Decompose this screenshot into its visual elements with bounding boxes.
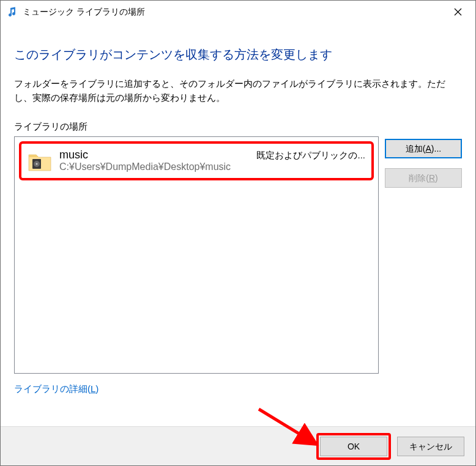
list-item-text: music C:¥Users¥DumpMedia¥Desktop¥music	[59, 149, 251, 172]
ok-button[interactable]: OK	[320, 437, 387, 456]
item-path: C:¥Users¥DumpMedia¥Desktop¥music	[59, 161, 251, 172]
music-library-icon	[6, 6, 18, 18]
list-label: ライブラリの場所	[14, 121, 462, 133]
side-button-group: 追加(A)... 削除(R)	[385, 136, 462, 374]
list-item[interactable]: music C:¥Users¥DumpMedia¥Desktop¥music 既…	[19, 141, 374, 180]
titlebar: ミュージック ライブラリの場所	[1, 1, 475, 23]
page-heading: このライブラリがコンテンツを収集する方法を変更します	[14, 46, 462, 63]
item-status: 既定およびパブリックの...	[256, 150, 365, 161]
library-locations-listbox[interactable]: music C:¥Users¥DumpMedia¥Desktop¥music 既…	[14, 136, 379, 374]
svg-point-4	[36, 163, 38, 165]
item-name: music	[59, 149, 251, 161]
folder-music-icon	[28, 149, 52, 173]
window-title: ミュージック ライブラリの場所	[23, 7, 440, 18]
dialog-footer: OK キャンセル	[1, 426, 475, 465]
dialog-window: ミュージック ライブラリの場所 このライブラリがコンテンツを収集する方法を変更し…	[0, 0, 476, 466]
close-button[interactable]	[440, 1, 475, 23]
add-button[interactable]: 追加(A)...	[385, 139, 462, 158]
library-details-link[interactable]: ライブラリの詳細(L)	[14, 383, 462, 395]
remove-button: 削除(R)	[385, 168, 462, 188]
content-area: このライブラリがコンテンツを収集する方法を変更します フォルダーをライブラリに追…	[1, 23, 475, 426]
cancel-button[interactable]: キャンセル	[397, 437, 464, 456]
description-text: フォルダーをライブラリに追加すると、そのフォルダー内のファイルがライブラリに表示…	[14, 76, 462, 105]
ok-highlight: OK	[316, 433, 391, 460]
